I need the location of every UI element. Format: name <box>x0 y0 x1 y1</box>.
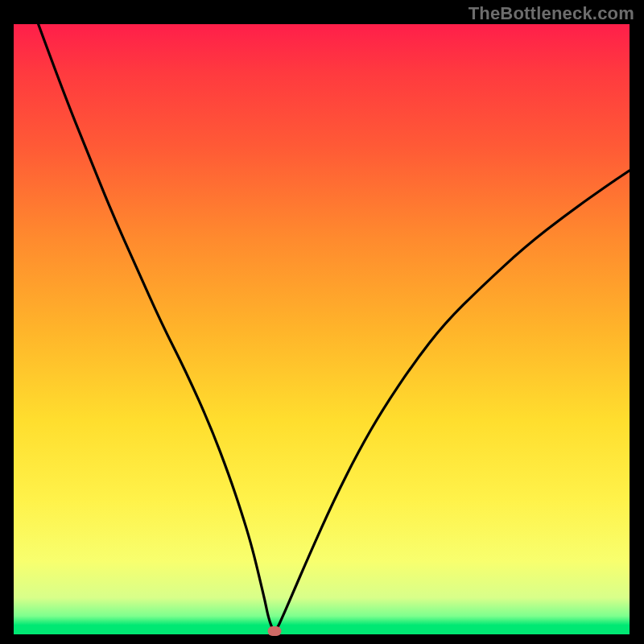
chart-frame: TheBottleneck.com <box>0 0 644 644</box>
watermark-text: TheBottleneck.com <box>469 3 634 24</box>
bottleneck-curve-path <box>39 24 630 630</box>
chart-curve-svg <box>14 24 630 634</box>
min-point-marker <box>267 626 281 636</box>
